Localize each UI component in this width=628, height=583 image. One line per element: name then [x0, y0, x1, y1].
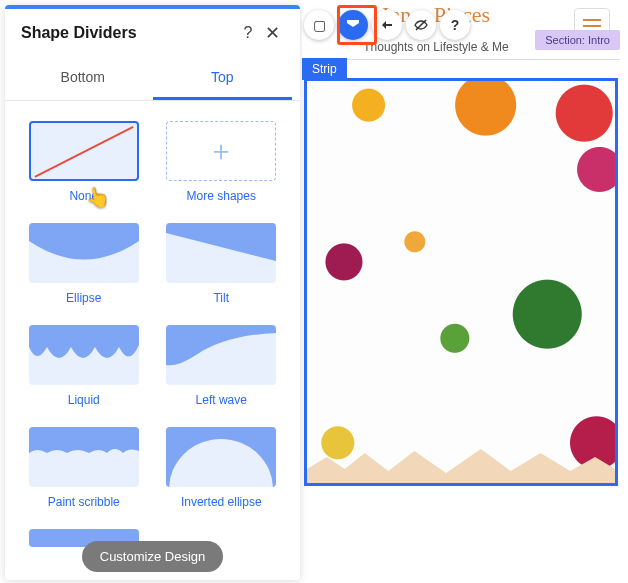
- customize-design-button[interactable]: Customize Design: [82, 541, 224, 572]
- section-label[interactable]: Section: Intro: [535, 30, 620, 50]
- tab-top[interactable]: Top: [153, 57, 293, 100]
- toolbar-animate-button[interactable]: [372, 10, 402, 40]
- shape-option-inverted-ellipse[interactable]: [166, 427, 276, 487]
- shape-option-tilt[interactable]: [166, 223, 276, 283]
- motion-icon: [379, 17, 395, 33]
- strip-selection[interactable]: [304, 78, 618, 486]
- square-icon: ▢: [313, 17, 326, 33]
- svg-line-0: [35, 127, 133, 177]
- editor-canvas: Inner Pieces Thoughts on Lifestyle & Me …: [302, 0, 628, 583]
- shape-label: Inverted ellipse: [181, 495, 262, 509]
- shape-option-more[interactable]: ＋: [166, 121, 276, 181]
- help-button[interactable]: ?: [236, 21, 260, 45]
- close-button[interactable]: ✕: [260, 21, 284, 45]
- shape-label: Ellipse: [66, 291, 101, 305]
- strip-label[interactable]: Strip: [302, 58, 347, 80]
- toolbar-shape-divider-button[interactable]: [338, 10, 368, 40]
- toolbar-help-button[interactable]: ?: [440, 10, 470, 40]
- shape-label: Left wave: [196, 393, 247, 407]
- shape-option-ellipse[interactable]: [29, 223, 139, 283]
- site-subtitle: Thoughts on Lifestyle & Me: [302, 40, 570, 54]
- eye-off-icon: [413, 17, 429, 33]
- panel-header: Shape Dividers ? ✕: [5, 9, 300, 57]
- shape-label: None: [69, 189, 98, 203]
- tabs: Bottom Top: [5, 57, 300, 101]
- shape-label: More shapes: [187, 189, 256, 203]
- shape-option-none[interactable]: [29, 121, 139, 181]
- shape-dividers-panel: Shape Dividers ? ✕ Bottom Top None ＋ Mor…: [5, 5, 300, 580]
- strip-background-image: [307, 81, 615, 483]
- shape-label: Paint scribble: [48, 495, 120, 509]
- tab-bottom[interactable]: Bottom: [13, 57, 153, 100]
- help-icon: ?: [451, 17, 460, 33]
- toolbar-stop-button[interactable]: ▢: [304, 10, 334, 40]
- shape-option-liquid[interactable]: [29, 325, 139, 385]
- panel-title: Shape Dividers: [21, 24, 236, 42]
- strip-toolbar: ▢ ?: [304, 10, 470, 40]
- shape-label: Liquid: [68, 393, 100, 407]
- shapes-grid[interactable]: None ＋ More shapes Ellipse Tilt: [5, 101, 300, 580]
- shape-divider-icon: [345, 17, 361, 33]
- shape-option-paint-scribble[interactable]: [29, 427, 139, 487]
- toolbar-visibility-button[interactable]: [406, 10, 436, 40]
- plus-icon: ＋: [207, 132, 235, 170]
- hamburger-icon: [583, 25, 601, 27]
- strip-top-divider-preview: [307, 443, 615, 483]
- shape-label: Tilt: [213, 291, 229, 305]
- shape-option-leftwave[interactable]: [166, 325, 276, 385]
